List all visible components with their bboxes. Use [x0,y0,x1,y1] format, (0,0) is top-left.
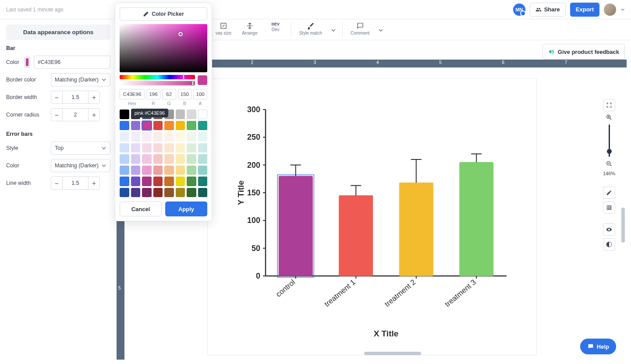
saturation-field[interactable] [120,24,207,72]
palette-swatch[interactable] [142,132,152,141]
stepper-minus[interactable]: − [51,177,63,189]
palette-swatch[interactable] [131,154,141,164]
saturation-cursor[interactable] [178,32,183,36]
palette-swatch[interactable] [131,121,141,131]
stepper-minus[interactable]: − [51,109,63,121]
zoom-out-icon[interactable] [606,160,613,167]
help-button[interactable]: Help [580,339,616,354]
line-width-input[interactable] [63,177,88,189]
palette-swatch[interactable] [131,143,141,153]
palette-swatch[interactable] [153,177,163,186]
palette-swatch[interactable] [131,188,141,198]
palette-swatch[interactable] [142,166,152,175]
canvas-size-tool[interactable]: vas size [211,21,236,36]
palette-swatch[interactable] [131,132,141,141]
chevron-down-icon[interactable] [620,7,625,12]
palette-swatch[interactable] [198,121,208,131]
palette-swatch[interactable] [164,166,174,175]
palette-swatch[interactable] [142,143,152,153]
alpha-slider[interactable] [120,81,195,85]
g-input[interactable] [162,89,176,99]
palette-swatch[interactable] [164,154,174,164]
arrange-tool[interactable]: Arrange [238,21,262,36]
palette-swatch[interactable] [164,121,174,131]
apply-button[interactable]: Apply [165,201,207,216]
corner-radius-input[interactable] [63,109,88,121]
palette-swatch[interactable] [198,177,208,186]
bar-color-hex-input[interactable] [34,56,110,69]
cancel-button[interactable]: Cancel [120,201,162,216]
hue-slider[interactable] [120,75,195,79]
palette-swatch[interactable] [187,188,196,198]
palette-swatch[interactable] [120,110,129,119]
palette-swatch[interactable] [187,121,196,131]
palette-swatch[interactable] [120,121,129,131]
zoom-thumb[interactable] [607,149,612,154]
palette-swatch[interactable] [176,154,185,164]
vertical-scrollbar[interactable] [621,208,625,243]
palette-swatch[interactable] [176,110,185,119]
palette-swatch[interactable] [153,121,163,131]
palette-swatch[interactable] [198,132,208,141]
palette-swatch[interactable] [142,121,152,131]
grid-button[interactable] [603,201,615,214]
style-match-dropdown[interactable] [328,26,339,35]
bar-color-swatch[interactable] [24,57,30,68]
palette-swatch[interactable] [153,154,163,164]
palette-swatch[interactable] [120,143,129,153]
palette-swatch[interactable] [176,132,185,141]
style-match-tool[interactable]: Style match [295,21,326,36]
pencil-button[interactable] [603,187,615,199]
comment-tool[interactable]: Comment [346,21,374,36]
palette-swatch[interactable] [176,166,185,175]
share-button[interactable]: Share [530,3,566,17]
eyedropper-button[interactable]: Color Picker [120,7,207,21]
palette-swatch[interactable] [198,188,208,198]
chart-bar[interactable] [460,162,493,276]
stepper-minus[interactable]: − [51,91,63,103]
palette-swatch[interactable] [142,188,152,198]
r-input[interactable] [146,89,160,99]
palette-swatch[interactable] [131,166,141,175]
err-style-select[interactable]: Top [51,141,110,155]
border-color-select[interactable]: Matching (Darker) [51,73,110,86]
palette-swatch[interactable] [153,166,163,175]
palette-swatch[interactable] [187,132,196,141]
slider-thumb[interactable] [192,81,194,86]
stepper-plus[interactable]: ＋ [88,109,99,121]
palette-swatch[interactable] [164,132,174,141]
horizontal-scrollbar[interactable] [364,352,421,355]
palette-swatch[interactable] [176,188,185,198]
slider-thumb[interactable] [183,74,184,80]
give-feedback-button[interactable]: Give product feedback [542,44,625,60]
comment-dropdown[interactable] [376,26,386,35]
visibility-button[interactable] [603,223,615,236]
palette-swatch[interactable] [120,132,129,141]
palette-swatch[interactable] [120,154,129,164]
palette-swatch[interactable] [187,143,196,153]
palette-swatch[interactable] [176,143,185,153]
palette-swatch[interactable] [187,110,196,119]
palette-swatch[interactable] [198,154,208,164]
dev-tool[interactable]: DEVDev [264,21,287,33]
contrast-button[interactable] [603,238,615,251]
chart-bar[interactable] [279,176,312,276]
stepper-plus[interactable]: ＋ [88,177,99,189]
b-input[interactable] [178,89,192,99]
palette-swatch[interactable] [142,154,152,164]
palette-swatch[interactable] [164,143,174,153]
palette-swatch[interactable] [120,166,129,175]
palette-swatch[interactable] [176,177,185,186]
palette-swatch[interactable] [187,177,196,186]
palette-swatch[interactable] [153,132,163,141]
palette-swatch[interactable] [198,166,208,175]
a-input[interactable] [193,89,207,99]
palette-swatch[interactable] [187,166,196,175]
canvas-paper[interactable]: 050100150200250300controltreatment 1trea… [208,79,536,355]
collaborator-avatar[interactable]: MN [513,4,525,16]
border-width-input[interactable] [63,91,88,103]
palette-swatch[interactable] [120,188,129,198]
chart-bar[interactable] [399,183,433,276]
palette-swatch[interactable] [198,143,208,153]
palette-swatch[interactable] [198,110,208,119]
